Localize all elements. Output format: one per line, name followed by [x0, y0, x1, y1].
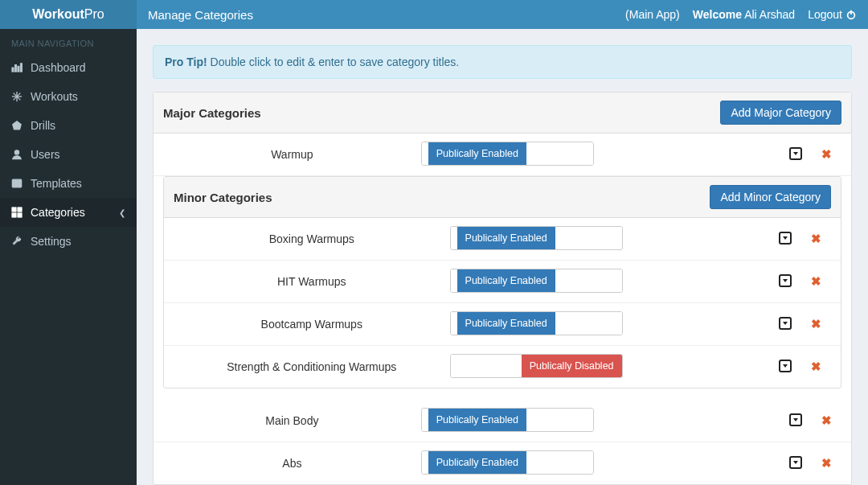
minor-categories-panel: Minor Categories Add Minor Category Boxi… [163, 176, 841, 388]
svg-rect-12 [12, 179, 21, 187]
svg-rect-4 [18, 66, 19, 72]
svg-rect-18 [18, 213, 22, 217]
chevron-left-icon: ❮ [119, 208, 125, 217]
svg-rect-16 [18, 208, 22, 212]
logout-link[interactable]: Logout [808, 8, 857, 21]
power-icon [845, 9, 857, 20]
expand-icon[interactable] [779, 274, 792, 287]
user-icon [11, 149, 23, 160]
templates-icon [11, 178, 23, 189]
minor-category-row: Bootcamp Warmups Publically Enabled ✖ [164, 303, 841, 346]
category-name[interactable]: Strength & Conditioning Warmups [174, 360, 450, 373]
sidebar: MAIN NAVIGATION Dashboard Workouts Drill… [0, 29, 137, 485]
visibility-toggle[interactable]: Publically Enabled [450, 311, 623, 335]
main-app-link[interactable]: (Main App) [625, 8, 680, 21]
visibility-toggle[interactable]: Publically Enabled [450, 269, 623, 293]
visibility-toggle[interactable]: Publically Enabled [450, 226, 623, 250]
major-category-row: Warmup Publically Enabled ✖ [154, 134, 851, 176]
delete-icon[interactable]: ✖ [821, 456, 832, 471]
pro-tip-banner: Pro Tip! Double click to edit & enter to… [153, 45, 852, 79]
expand-icon[interactable] [779, 232, 792, 245]
category-name[interactable]: Warmup [163, 148, 421, 161]
minor-heading: Minor Categories [174, 191, 272, 204]
logo[interactable]: WorkoutPro [0, 0, 137, 29]
nav-heading: MAIN NAVIGATION [0, 29, 137, 53]
wrench-icon [11, 236, 23, 247]
welcome-text: Welcome Ali Arshad [693, 8, 795, 21]
svg-rect-17 [12, 213, 16, 217]
svg-rect-15 [12, 208, 16, 212]
expand-icon[interactable] [789, 456, 802, 469]
delete-icon[interactable]: ✖ [821, 413, 832, 428]
svg-rect-2 [12, 68, 14, 72]
svg-point-11 [14, 150, 18, 154]
categories-icon [11, 207, 23, 218]
delete-icon[interactable]: ✖ [811, 360, 821, 374]
sidebar-item-users[interactable]: Users [0, 140, 137, 169]
visibility-toggle[interactable]: Publically Enabled [421, 142, 594, 166]
svg-marker-10 [13, 121, 22, 129]
category-name[interactable]: Main Body [163, 414, 421, 427]
major-category-row: Main Body Publically Enabled ✖ [154, 400, 851, 442]
topbar: WorkoutPro Manage Categories (Main App) … [0, 0, 868, 29]
delete-icon[interactable]: ✖ [811, 317, 821, 331]
sidebar-item-templates[interactable]: Templates [0, 169, 137, 198]
expand-icon[interactable] [789, 413, 802, 426]
category-name[interactable]: Abs [163, 457, 421, 470]
topbar-right: (Main App) Welcome Ali Arshad Logout [625, 8, 868, 21]
visibility-toggle[interactable]: Publically Enabled [421, 450, 594, 475]
svg-rect-3 [14, 65, 16, 72]
content: Pro Tip! Double click to edit & enter to… [137, 29, 868, 485]
sidebar-item-dashboard[interactable]: Dashboard [0, 53, 137, 82]
bar-chart-icon [11, 62, 23, 73]
major-category-row: Abs Publically Enabled ✖ [154, 442, 851, 484]
visibility-toggle[interactable]: Publically Disabled [450, 354, 623, 378]
minor-category-row: HIT Warmups Publically Enabled ✖ [164, 261, 841, 303]
sidebar-item-drills[interactable]: Drills [0, 111, 137, 140]
sidebar-item-workouts[interactable]: Workouts [0, 82, 137, 111]
delete-icon[interactable]: ✖ [811, 274, 821, 289]
category-name[interactable]: Boxing Warmups [174, 232, 450, 245]
major-heading: Major Categories [163, 106, 261, 120]
snowflake-icon [11, 91, 23, 102]
delete-icon[interactable]: ✖ [811, 232, 821, 246]
page-title: Manage Categories [137, 8, 253, 22]
major-categories-panel: Major Categories Add Major Category Warm… [153, 92, 852, 485]
sidebar-item-settings[interactable]: Settings [0, 227, 137, 256]
category-name[interactable]: Bootcamp Warmups [174, 318, 450, 331]
minor-category-row: Strength & Conditioning Warmups Publical… [164, 346, 841, 388]
delete-icon[interactable]: ✖ [821, 147, 832, 162]
minor-category-row: Boxing Warmups Publically Enabled ✖ [164, 218, 841, 261]
category-name[interactable]: HIT Warmups [174, 275, 450, 288]
svg-rect-5 [20, 64, 22, 72]
expand-icon[interactable] [779, 317, 792, 330]
pentagon-icon [11, 120, 23, 131]
add-minor-category-button[interactable]: Add Minor Category [710, 185, 831, 209]
visibility-toggle[interactable]: Publically Enabled [421, 408, 594, 432]
expand-icon[interactable] [779, 360, 792, 372]
sidebar-item-categories[interactable]: Categories ❮ [0, 198, 137, 227]
expand-icon[interactable] [789, 147, 802, 160]
add-major-category-button[interactable]: Add Major Category [720, 101, 841, 125]
